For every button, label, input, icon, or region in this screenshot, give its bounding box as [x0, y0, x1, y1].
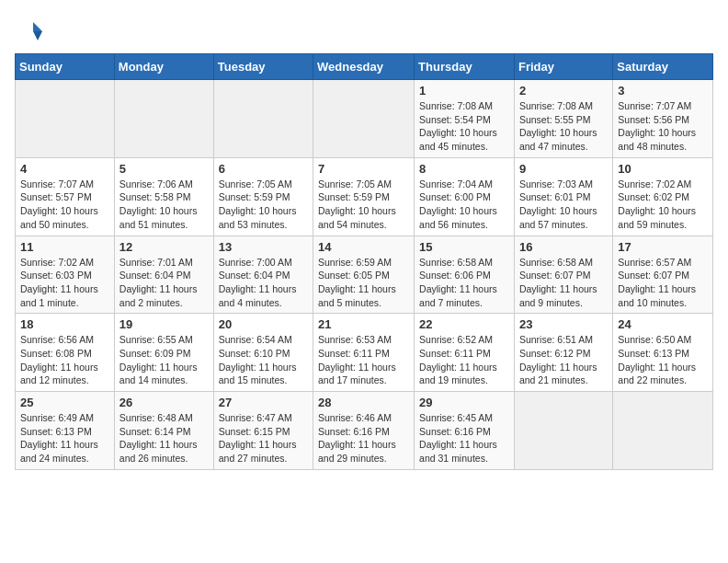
calendar-cell: 1Sunrise: 7:08 AM Sunset: 5:54 PM Daylig…: [415, 80, 515, 158]
day-number: 9: [519, 162, 608, 176]
calendar-cell: 3Sunrise: 7:07 AM Sunset: 5:56 PM Daylig…: [613, 80, 713, 158]
weekday-header: Saturday: [613, 54, 713, 80]
day-number: 18: [20, 317, 109, 331]
day-number: 1: [419, 84, 509, 98]
day-number: 14: [318, 240, 409, 254]
calendar-cell: [114, 80, 213, 158]
day-info: Sunrise: 7:08 AM Sunset: 5:55 PM Dayligh…: [519, 99, 608, 154]
calendar-cell: 18Sunrise: 6:56 AM Sunset: 6:08 PM Dayli…: [16, 314, 115, 392]
weekday-header: Monday: [114, 54, 213, 80]
day-number: 5: [119, 162, 209, 176]
weekday-header: Wednesday: [313, 54, 415, 80]
day-info: Sunrise: 6:47 AM Sunset: 6:15 PM Dayligh…: [219, 411, 308, 465]
calendar-cell: 28Sunrise: 6:46 AM Sunset: 6:16 PM Dayli…: [313, 392, 415, 470]
day-number: 2: [519, 84, 608, 98]
day-info: Sunrise: 6:56 AM Sunset: 6:08 PM Dayligh…: [20, 333, 109, 387]
day-info: Sunrise: 7:05 AM Sunset: 5:59 PM Dayligh…: [219, 178, 308, 232]
day-number: 29: [419, 396, 509, 409]
calendar-week-row: 11Sunrise: 7:02 AM Sunset: 6:03 PM Dayli…: [16, 236, 713, 314]
day-number: 10: [618, 162, 708, 176]
calendar-cell: 22Sunrise: 6:52 AM Sunset: 6:11 PM Dayli…: [415, 314, 515, 392]
calendar-cell: 25Sunrise: 6:49 AM Sunset: 6:13 PM Dayli…: [16, 392, 115, 470]
day-number: 15: [419, 240, 509, 254]
calendar-cell: 6Sunrise: 7:05 AM Sunset: 5:59 PM Daylig…: [213, 157, 313, 236]
weekday-header: Sunday: [16, 54, 115, 80]
day-info: Sunrise: 6:59 AM Sunset: 6:05 PM Dayligh…: [318, 256, 409, 310]
calendar-cell: 17Sunrise: 6:57 AM Sunset: 6:07 PM Dayli…: [613, 236, 713, 314]
day-info: Sunrise: 6:49 AM Sunset: 6:13 PM Dayligh…: [20, 411, 109, 465]
calendar-cell: 27Sunrise: 6:47 AM Sunset: 6:15 PM Dayli…: [213, 392, 313, 470]
logo: [15, 18, 46, 46]
calendar-cell: 12Sunrise: 7:01 AM Sunset: 6:04 PM Dayli…: [114, 236, 213, 314]
day-number: 7: [318, 162, 409, 176]
day-number: 19: [119, 317, 209, 331]
day-info: Sunrise: 6:57 AM Sunset: 6:07 PM Dayligh…: [618, 256, 708, 310]
day-info: Sunrise: 7:04 AM Sunset: 6:00 PM Dayligh…: [419, 178, 509, 232]
day-info: Sunrise: 6:54 AM Sunset: 6:10 PM Dayligh…: [219, 333, 308, 387]
day-info: Sunrise: 7:00 AM Sunset: 6:04 PM Dayligh…: [219, 256, 308, 310]
day-info: Sunrise: 6:52 AM Sunset: 6:11 PM Dayligh…: [419, 333, 509, 387]
day-info: Sunrise: 6:48 AM Sunset: 6:14 PM Dayligh…: [119, 411, 209, 465]
calendar-cell: 11Sunrise: 7:02 AM Sunset: 6:03 PM Dayli…: [16, 236, 115, 314]
day-number: 26: [119, 396, 209, 409]
weekday-header: Friday: [514, 54, 612, 80]
calendar-cell: 8Sunrise: 7:04 AM Sunset: 6:00 PM Daylig…: [415, 157, 515, 236]
day-info: Sunrise: 7:03 AM Sunset: 6:01 PM Dayligh…: [519, 178, 608, 232]
calendar-table: SundayMondayTuesdayWednesdayThursdayFrid…: [15, 53, 713, 470]
calendar-cell: 15Sunrise: 6:58 AM Sunset: 6:06 PM Dayli…: [415, 236, 515, 314]
day-info: Sunrise: 6:45 AM Sunset: 6:16 PM Dayligh…: [419, 411, 509, 465]
weekday-header: Thursday: [415, 54, 515, 80]
calendar-cell: 20Sunrise: 6:54 AM Sunset: 6:10 PM Dayli…: [213, 314, 313, 392]
header: [15, 15, 713, 46]
day-info: Sunrise: 7:06 AM Sunset: 5:58 PM Dayligh…: [119, 178, 209, 232]
day-info: Sunrise: 6:46 AM Sunset: 6:16 PM Dayligh…: [318, 411, 409, 465]
calendar-cell: 10Sunrise: 7:02 AM Sunset: 6:02 PM Dayli…: [613, 157, 713, 236]
day-number: 24: [618, 317, 708, 331]
day-number: 25: [20, 396, 109, 409]
day-number: 17: [618, 240, 708, 254]
calendar-cell: 13Sunrise: 7:00 AM Sunset: 6:04 PM Dayli…: [213, 236, 313, 314]
calendar-cell: 21Sunrise: 6:53 AM Sunset: 6:11 PM Dayli…: [313, 314, 415, 392]
day-info: Sunrise: 6:55 AM Sunset: 6:09 PM Dayligh…: [119, 333, 209, 387]
calendar-cell: 26Sunrise: 6:48 AM Sunset: 6:14 PM Dayli…: [114, 392, 213, 470]
day-number: 28: [318, 396, 409, 409]
calendar-cell: 4Sunrise: 7:07 AM Sunset: 5:57 PM Daylig…: [16, 157, 115, 236]
day-info: Sunrise: 7:05 AM Sunset: 5:59 PM Dayligh…: [318, 178, 409, 232]
day-info: Sunrise: 6:58 AM Sunset: 6:07 PM Dayligh…: [519, 256, 608, 310]
calendar-cell: 2Sunrise: 7:08 AM Sunset: 5:55 PM Daylig…: [514, 80, 612, 158]
day-number: 22: [419, 317, 509, 331]
day-info: Sunrise: 7:07 AM Sunset: 5:56 PM Dayligh…: [618, 99, 708, 154]
day-number: 21: [318, 317, 409, 331]
day-number: 13: [219, 240, 308, 254]
day-info: Sunrise: 6:53 AM Sunset: 6:11 PM Dayligh…: [318, 333, 409, 387]
day-number: 4: [20, 162, 109, 176]
calendar-cell: 7Sunrise: 7:05 AM Sunset: 5:59 PM Daylig…: [313, 157, 415, 236]
calendar-week-row: 18Sunrise: 6:56 AM Sunset: 6:08 PM Dayli…: [16, 314, 713, 392]
calendar-cell: 29Sunrise: 6:45 AM Sunset: 6:16 PM Dayli…: [415, 392, 515, 470]
calendar-cell: 24Sunrise: 6:50 AM Sunset: 6:13 PM Dayli…: [613, 314, 713, 392]
calendar-cell: 5Sunrise: 7:06 AM Sunset: 5:58 PM Daylig…: [114, 157, 213, 236]
calendar-week-row: 4Sunrise: 7:07 AM Sunset: 5:57 PM Daylig…: [16, 157, 713, 236]
calendar-cell: 16Sunrise: 6:58 AM Sunset: 6:07 PM Dayli…: [514, 236, 612, 314]
calendar-cell: [514, 392, 612, 470]
calendar-cell: [313, 80, 415, 158]
day-number: 16: [519, 240, 608, 254]
day-info: Sunrise: 7:07 AM Sunset: 5:57 PM Dayligh…: [20, 178, 109, 232]
calendar-week-row: 1Sunrise: 7:08 AM Sunset: 5:54 PM Daylig…: [16, 80, 713, 158]
calendar-week-row: 25Sunrise: 6:49 AM Sunset: 6:13 PM Dayli…: [16, 392, 713, 470]
day-number: 8: [419, 162, 509, 176]
day-number: 6: [219, 162, 308, 176]
day-info: Sunrise: 6:51 AM Sunset: 6:12 PM Dayligh…: [519, 333, 608, 387]
calendar-cell: [16, 80, 115, 158]
weekday-header: Tuesday: [213, 54, 313, 80]
calendar-cell: 9Sunrise: 7:03 AM Sunset: 6:01 PM Daylig…: [514, 157, 612, 236]
day-number: 3: [618, 84, 708, 98]
svg-marker-1: [33, 31, 42, 40]
calendar-cell: 14Sunrise: 6:59 AM Sunset: 6:05 PM Dayli…: [313, 236, 415, 314]
day-info: Sunrise: 7:01 AM Sunset: 6:04 PM Dayligh…: [119, 256, 209, 310]
day-info: Sunrise: 7:08 AM Sunset: 5:54 PM Dayligh…: [419, 99, 509, 154]
day-info: Sunrise: 6:50 AM Sunset: 6:13 PM Dayligh…: [618, 333, 708, 387]
calendar-cell: 23Sunrise: 6:51 AM Sunset: 6:12 PM Dayli…: [514, 314, 612, 392]
logo-icon: [15, 18, 42, 46]
day-info: Sunrise: 7:02 AM Sunset: 6:02 PM Dayligh…: [618, 178, 708, 232]
